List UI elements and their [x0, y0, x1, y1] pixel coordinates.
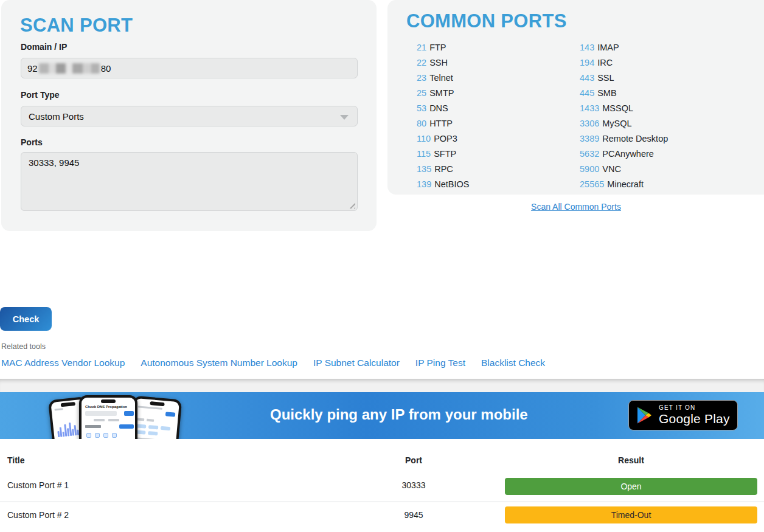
google-play-badge[interactable]: GET IT ON Google Play — [628, 400, 738, 430]
page-title: SCAN PORT — [20, 15, 133, 36]
port-type-label: Port Type — [21, 90, 60, 100]
common-ports-title: COMMON PORTS — [406, 10, 567, 32]
list-item[interactable]: 3389Remote Desktop — [580, 131, 668, 147]
list-item[interactable]: 445SMB — [580, 86, 668, 101]
port-name: PCAnywhere — [602, 149, 654, 159]
phone-mockup-center: Check DNS Propagation — [79, 395, 137, 439]
table-row-port: 9945 — [353, 510, 474, 520]
table-row-port: 30333 — [353, 480, 474, 490]
port-name: IRC — [597, 58, 613, 67]
status-badge-open: Open — [505, 478, 757, 495]
common-ports-column-2: 143IMAP 194IRC 443SSL 445SMB 1433MSSQL 3… — [580, 40, 668, 192]
domain-ip-redacted-blur — [39, 63, 100, 74]
check-button[interactable]: Check — [0, 307, 52, 331]
list-item[interactable]: 443SSL — [580, 71, 668, 86]
google-play-icon — [636, 406, 653, 424]
port-type-selected-value: Custom Ports — [29, 111, 84, 122]
port-name: FTP — [429, 43, 446, 52]
list-item[interactable]: 25SMTP — [417, 86, 469, 101]
port-number: 139 — [417, 179, 431, 189]
port-number: 143 — [580, 43, 594, 52]
port-number: 110 — [417, 134, 431, 143]
port-type-select[interactable]: Custom Ports — [21, 106, 358, 126]
port-number: 25565 — [580, 179, 604, 189]
port-name: SMTP — [429, 88, 454, 98]
port-number: 443 — [580, 73, 594, 83]
list-item[interactable]: 110POP3 — [417, 131, 469, 147]
results-header-result: Result — [504, 455, 758, 465]
port-name: Remote Desktop — [602, 134, 668, 143]
link-mac-address-vendor-lookup[interactable]: MAC Address Vendor Lookup — [1, 358, 125, 368]
list-item[interactable]: 139NetBIOS — [417, 177, 469, 192]
mobile-app-banner: Check DNS Propagation — [0, 392, 764, 439]
port-number: 22 — [417, 58, 426, 67]
ports-textarea[interactable]: 30333, 9945 — [21, 152, 358, 211]
list-item[interactable]: 25565Minecraft — [580, 177, 668, 192]
banner-headline: Quickly ping any IP from your mobile — [270, 406, 528, 423]
list-item[interactable]: 23Telnet — [417, 71, 469, 86]
list-item[interactable]: 80HTTP — [417, 116, 469, 131]
port-name: SFTP — [434, 149, 456, 159]
port-name: VNC — [602, 164, 621, 174]
common-ports-panel: COMMON PORTS 21FTP 22SSH 23Telnet 25SMTP… — [387, 0, 764, 195]
phone-screen-title: Check DNS Propagation — [85, 405, 127, 409]
port-number: 53 — [417, 103, 426, 113]
port-name: HTTP — [429, 119, 453, 128]
play-badge-get-it-on: GET IT ON — [659, 404, 730, 411]
related-tools-links: MAC Address Vendor Lookup Autonomous Sys… — [1, 358, 545, 368]
domain-ip-input[interactable]: 9280 — [21, 58, 358, 78]
port-name: RPC — [434, 164, 453, 174]
list-item[interactable]: 22SSH — [417, 55, 469, 71]
section-divider-strip — [0, 379, 764, 392]
list-item[interactable]: 143IMAP — [580, 40, 668, 55]
table-row-title: Custom Port # 1 — [7, 480, 69, 490]
list-item[interactable]: 115SFTP — [417, 147, 469, 162]
port-number: 135 — [417, 164, 431, 174]
chevron-down-icon — [340, 115, 349, 120]
port-name: DNS — [429, 103, 448, 113]
list-item[interactable]: 5632PCAnywhere — [580, 147, 668, 162]
scan-all-common-ports-link[interactable]: Scan All Common Ports — [531, 202, 621, 212]
link-ip-ping-test[interactable]: IP Ping Test — [415, 358, 465, 368]
port-name: POP3 — [434, 134, 457, 143]
port-number: 115 — [417, 149, 431, 159]
list-item[interactable]: 53DNS — [417, 101, 469, 116]
port-name: Telnet — [429, 73, 453, 83]
table-row-title: Custom Port # 2 — [7, 510, 69, 520]
results-header-port: Port — [353, 455, 474, 465]
play-badge-google-play: Google Play — [659, 412, 730, 426]
list-item[interactable]: 194IRC — [580, 55, 668, 71]
port-name: Minecraft — [607, 179, 644, 189]
related-tools-label: Related tools — [1, 342, 46, 351]
port-number: 1433 — [580, 103, 599, 113]
port-name: MySQL — [602, 119, 631, 128]
port-number: 25 — [417, 88, 426, 98]
domain-ip-value-prefix: 92 — [27, 63, 38, 74]
list-item[interactable]: 21FTP — [417, 40, 469, 55]
port-name: SSL — [597, 73, 614, 83]
list-item[interactable]: 5900VNC — [580, 162, 668, 177]
port-number: 80 — [417, 119, 426, 128]
link-asn-lookup[interactable]: Autonomous System Number Lookup — [141, 358, 297, 368]
port-number: 5632 — [580, 149, 599, 159]
link-ip-subnet-calculator[interactable]: IP Subnet Calculator — [313, 358, 400, 368]
port-name: IMAP — [597, 43, 619, 52]
scan-port-panel: SCAN PORT Domain / IP 9280 Port Type Cus… — [1, 0, 377, 231]
scan-all-wrap: Scan All Common Ports — [387, 201, 764, 212]
port-number: 3389 — [580, 134, 599, 143]
port-name: SSH — [429, 58, 448, 67]
port-name: NetBIOS — [434, 179, 469, 189]
list-item[interactable]: 1433MSSQL — [580, 101, 668, 116]
ports-label: Ports — [21, 137, 43, 147]
list-item[interactable]: 135RPC — [417, 162, 469, 177]
list-item[interactable]: 3306MySQL — [580, 116, 668, 131]
link-blacklist-check[interactable]: Blacklist Check — [481, 358, 545, 368]
port-number: 194 — [580, 58, 594, 67]
resize-grip-icon[interactable] — [347, 201, 355, 209]
port-number: 445 — [580, 88, 594, 98]
port-scanner-page: SCAN PORT Domain / IP 9280 Port Type Cus… — [0, 0, 764, 532]
domain-ip-label: Domain / IP — [21, 42, 67, 52]
port-number: 21 — [417, 43, 426, 52]
results-header-title: Title — [7, 455, 25, 465]
port-name: MSSQL — [602, 103, 633, 113]
